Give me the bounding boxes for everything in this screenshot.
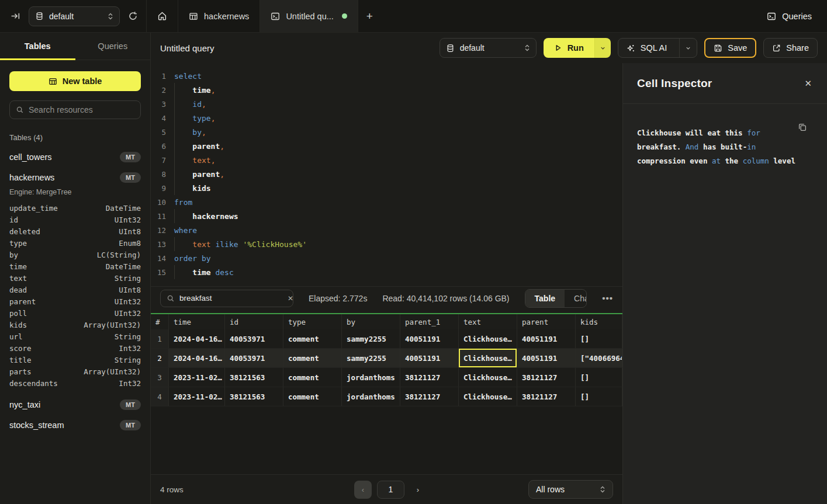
sidebar-table-stocks_stream[interactable]: stocks_streamMT	[9, 420, 141, 430]
table-cell[interactable]: comment	[283, 368, 342, 387]
tab-home[interactable]	[146, 0, 178, 32]
code-text: hackernews	[174, 212, 238, 221]
row-number-cell[interactable]: 4	[151, 387, 169, 406]
table-cell[interactable]: Clickhouse…	[459, 368, 517, 387]
table-cell[interactable]: comment	[283, 349, 342, 367]
view-toggle-chart[interactable]: Chart	[565, 290, 587, 307]
table-cell[interactable]: sammy2255	[342, 329, 400, 348]
save-button[interactable]: Save	[704, 38, 756, 58]
table-cell[interactable]: comment	[283, 329, 342, 348]
run-options-button[interactable]	[594, 38, 611, 58]
line-number: 12	[151, 226, 166, 235]
table-cell[interactable]: Clickhouse…	[459, 329, 517, 348]
table-cell[interactable]: 38121127	[400, 368, 459, 387]
collapse-sidebar-icon[interactable]	[11, 11, 20, 21]
table-column-row: typeEnum8	[9, 238, 141, 249]
queries-label: Queries	[782, 12, 812, 21]
table-cell[interactable]: 40051191	[400, 329, 459, 348]
query-database-value: default	[460, 43, 519, 53]
column-header-text[interactable]: text	[459, 314, 517, 329]
sidebar-table-nyc_taxi[interactable]: nyc_taxiMT	[9, 399, 141, 410]
table-cell[interactable]: 38121127	[517, 387, 576, 406]
view-toggle-table[interactable]: Table	[525, 290, 565, 307]
column-name: update_time	[9, 203, 58, 214]
table-cell[interactable]: 40051191	[517, 329, 576, 348]
close-icon[interactable]: ✕	[804, 78, 812, 89]
column-header-id[interactable]: id	[225, 314, 283, 329]
code-text: parent,	[174, 170, 224, 179]
column-name: descendants	[9, 378, 58, 390]
row-number-cell[interactable]: 2	[151, 349, 169, 367]
results-search-input[interactable]	[179, 294, 283, 303]
column-header-by[interactable]: by	[342, 314, 400, 329]
table-cell[interactable]: Clickhouse…	[459, 349, 517, 367]
table-cell[interactable]: 2023-11-02…	[169, 387, 225, 406]
sql-ai-button[interactable]: SQL AI	[618, 39, 674, 57]
table-cell[interactable]: 40053971	[225, 349, 283, 367]
column-header-parent_1[interactable]: parent_1	[400, 314, 459, 329]
tab-untitled-query[interactable]: Untitled qu...	[260, 0, 358, 32]
tab-hackernews[interactable]: hackernews	[178, 0, 260, 32]
table-cell[interactable]: []	[576, 368, 622, 387]
sidebar-table-cell_towers[interactable]: cell_towersMT	[9, 152, 141, 162]
queries-button[interactable]: Queries	[752, 0, 827, 32]
run-button-group: Run	[544, 38, 611, 58]
sidebar-tab-tables[interactable]: Tables	[0, 33, 75, 60]
table-cell[interactable]: jordanthoms	[342, 368, 400, 387]
refresh-icon[interactable]	[128, 11, 138, 21]
table-cell[interactable]: 2024-04-16…	[169, 349, 225, 367]
column-header-type[interactable]: type	[283, 314, 342, 329]
prev-page-button[interactable]: ‹	[354, 481, 372, 499]
table-cell[interactable]: 2023-11-02…	[169, 368, 225, 387]
table-cell[interactable]: 40053971	[225, 329, 283, 348]
more-options-icon[interactable]: •••	[602, 293, 613, 303]
column-header-time[interactable]: time	[169, 314, 225, 329]
table-cell[interactable]: 40051191	[400, 349, 459, 367]
query-database-selector[interactable]: default	[440, 38, 537, 58]
table-cell[interactable]: ["40066964…	[576, 349, 622, 367]
table-cell[interactable]: jordanthoms	[342, 387, 400, 406]
sidebar: Tables Queries New table Tables (4)	[0, 33, 151, 504]
table-cell[interactable]: []	[576, 329, 622, 348]
cell-inspector-title: Cell Inspector	[637, 77, 712, 90]
table-cell[interactable]: 2024-04-16…	[169, 329, 225, 348]
table-cell[interactable]: sammy2255	[342, 349, 400, 367]
database-icon	[35, 12, 44, 20]
row-number-cell[interactable]: 3	[151, 368, 169, 387]
copy-icon[interactable]	[798, 123, 807, 132]
table-cell[interactable]: 38121127	[400, 387, 459, 406]
table-grid-icon	[49, 77, 57, 86]
page-number-input[interactable]	[378, 481, 404, 498]
sidebar-tab-queries[interactable]: Queries	[75, 33, 151, 60]
new-table-button[interactable]: New table	[9, 71, 141, 91]
clear-search-icon[interactable]: ✕	[288, 294, 293, 303]
column-name: id	[9, 214, 18, 226]
table-column-row: kidsArray(UInt32)	[9, 319, 141, 331]
sidebar-table-hackernews[interactable]: hackernewsMT	[9, 172, 141, 183]
table-cell[interactable]: 38121127	[517, 368, 576, 387]
topbar-database-selector[interactable]: default	[29, 6, 120, 26]
run-button[interactable]: Run	[544, 38, 594, 58]
table-cell[interactable]: 38121563	[225, 368, 283, 387]
column-header-parent[interactable]: parent	[517, 314, 576, 329]
row-number-cell[interactable]: 1	[151, 329, 169, 348]
table-cell[interactable]: 40051191	[517, 349, 576, 367]
table-cell[interactable]: Clickhouse…	[459, 387, 517, 406]
line-number: 5	[151, 128, 166, 137]
column-header-#[interactable]: #	[151, 314, 169, 329]
table-cell[interactable]: 38121563	[225, 387, 283, 406]
page-size-selector[interactable]: All rows	[528, 480, 613, 499]
sql-ai-options-button[interactable]	[679, 39, 697, 57]
column-header-kids[interactable]: kids	[576, 314, 622, 329]
sidebar-search-input[interactable]	[29, 105, 134, 114]
code-line: 7 text,	[151, 153, 622, 167]
column-name: time	[9, 261, 27, 273]
cell-inspector-content: Clickhouse will eat this for breakfast. …	[623, 104, 827, 168]
elapsed-stat: Elapsed: 2.772s	[309, 294, 367, 303]
sql-editor[interactable]: 1select2 time,3 id,4 type,5 by,6 parent,…	[151, 63, 622, 286]
share-button[interactable]: Share	[763, 38, 818, 58]
table-cell[interactable]: []	[576, 387, 622, 406]
new-tab-button[interactable]: +	[366, 10, 373, 23]
search-icon	[16, 106, 24, 114]
table-cell[interactable]: comment	[283, 387, 342, 406]
